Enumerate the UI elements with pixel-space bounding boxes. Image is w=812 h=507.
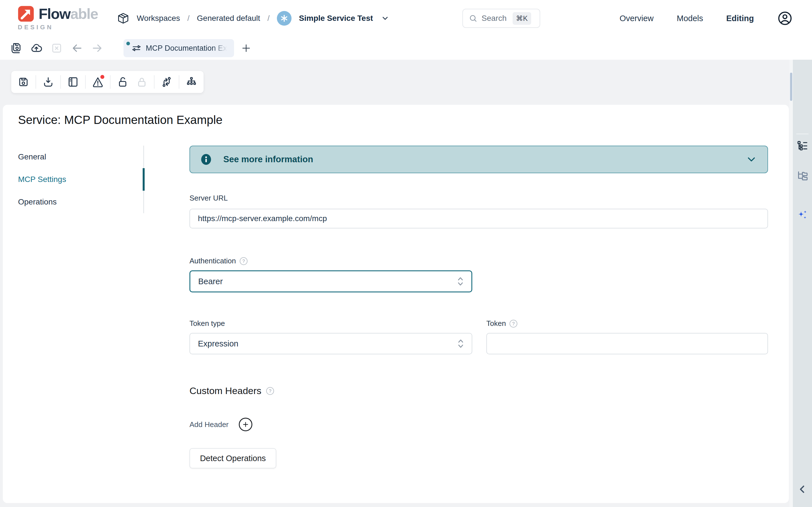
tab-general[interactable]: General <box>18 146 143 168</box>
token-type-select[interactable]: Expression <box>190 333 472 354</box>
product-name: DESIGN <box>18 24 98 31</box>
download-button[interactable] <box>42 76 54 88</box>
select-stepper-icon <box>456 276 465 287</box>
compare-versions-icon <box>161 76 172 88</box>
panel-layout-button[interactable] <box>67 76 79 88</box>
add-header-button[interactable] <box>239 418 252 431</box>
ai-sparkles-icon[interactable] <box>797 209 808 221</box>
breadcrumb-model-name[interactable]: Simple Service Test <box>299 14 373 23</box>
custom-headers-heading: Custom Headers <box>190 385 261 396</box>
model-tree-icon[interactable] <box>797 140 808 152</box>
svg-text:?: ? <box>269 388 271 393</box>
breadcrumb-separator: / <box>188 14 190 23</box>
workspace: Service: MCP Documentation Example Gener… <box>0 60 812 507</box>
banner-chevron-down-icon[interactable] <box>746 154 757 165</box>
nav-models[interactable]: Models <box>677 14 703 23</box>
header-nav: Overview Models Editing <box>619 0 793 37</box>
save-all-icon <box>10 42 22 54</box>
info-icon <box>200 154 212 165</box>
panel-layout-icon <box>67 76 79 88</box>
breadcrumb: Workspaces / Generated default / Simple … <box>117 0 389 37</box>
save-button[interactable] <box>17 76 29 88</box>
info-banner[interactable]: See more information <box>190 146 768 173</box>
page-title: Service: MCP Documentation Example <box>18 113 222 127</box>
nav-editing[interactable]: Editing <box>726 14 754 23</box>
arrow-left-icon <box>71 42 83 54</box>
service-model-badge <box>277 11 292 25</box>
authentication-label: Authentication <box>190 257 236 265</box>
app-header: Flowable DESIGN Workspaces / Generated d… <box>0 0 812 37</box>
rail-divider <box>796 133 809 134</box>
authentication-select[interactable]: Bearer <box>190 270 472 292</box>
tab-operations[interactable]: Operations <box>18 191 143 213</box>
global-search[interactable]: ⌘K <box>462 9 540 28</box>
editor-main: Service: MCP Documentation Example Gener… <box>0 60 790 507</box>
editor-side-tabs: General MCP Settings Operations <box>18 146 143 213</box>
model-tab-active[interactable]: MCP Documentation Ex <box>123 39 234 57</box>
breadcrumb-separator: / <box>267 14 270 23</box>
user-avatar-icon[interactable] <box>777 10 793 26</box>
chevron-down-icon[interactable] <box>381 14 389 22</box>
breadcrumb-workspaces[interactable]: Workspaces <box>137 14 180 23</box>
info-banner-label: See more information <box>223 154 313 165</box>
close-square-icon <box>51 42 63 54</box>
add-header-label: Add Header <box>190 420 229 429</box>
breadcrumb-workspace-name[interactable]: Generated default <box>197 14 260 23</box>
validation-warning-button[interactable] <box>92 76 104 88</box>
asterisk-icon <box>280 14 288 22</box>
redo-button <box>91 42 103 54</box>
editor-toolbar <box>11 71 204 93</box>
model-tab-strip: MCP Documentation Ex <box>0 37 812 60</box>
service-editor-card: Service: MCP Documentation Example Gener… <box>3 105 789 503</box>
search-input[interactable] <box>481 14 509 23</box>
hierarchy-button[interactable] <box>186 76 197 88</box>
new-tab-button[interactable] <box>241 43 252 54</box>
main-scrollbar[interactable] <box>790 60 793 507</box>
warning-badge <box>100 75 104 79</box>
collapse-chevron-icon[interactable] <box>797 484 808 495</box>
plus-icon <box>241 43 252 54</box>
plus-icon <box>242 421 249 428</box>
search-shortcut-badge: ⌘K <box>513 12 531 25</box>
cloud-upload-icon <box>31 42 42 54</box>
svg-text:?: ? <box>242 258 245 263</box>
help-icon[interactable]: ? <box>266 387 274 395</box>
server-url-input[interactable] <box>190 209 768 228</box>
download-icon <box>42 76 54 88</box>
help-icon[interactable]: ? <box>239 257 248 265</box>
token-type-label: Token type <box>190 319 472 328</box>
lock-icon <box>136 76 148 88</box>
compare-versions-button[interactable] <box>161 76 172 88</box>
folder-tree-icon[interactable] <box>797 170 808 182</box>
lock-button <box>136 76 148 88</box>
close-model-button <box>51 42 63 54</box>
server-url-label: Server URL <box>190 194 768 203</box>
unlock-button[interactable] <box>117 76 129 88</box>
save-all-button[interactable] <box>10 42 22 54</box>
unsaved-changes-dot <box>126 42 130 45</box>
undo-button <box>71 42 83 54</box>
help-icon[interactable]: ? <box>509 320 518 328</box>
flowable-logo-icon <box>18 6 34 22</box>
hierarchy-icon <box>186 76 197 88</box>
select-stepper-icon <box>456 338 465 349</box>
token-label: Token <box>486 319 506 328</box>
active-tab-indicator <box>143 168 145 191</box>
publish-button[interactable] <box>31 42 42 54</box>
save-icon <box>17 76 29 88</box>
token-type-value: Expression <box>198 339 238 348</box>
arrow-right-icon <box>91 42 103 54</box>
service-model-icon <box>132 43 142 53</box>
detect-operations-button[interactable]: Detect Operations <box>190 448 276 468</box>
svg-text:?: ? <box>512 321 515 326</box>
nav-overview[interactable]: Overview <box>619 14 654 23</box>
flowable-logo[interactable]: Flowable DESIGN <box>18 6 98 31</box>
unlock-icon <box>117 76 129 88</box>
workspace-cube-icon <box>117 12 130 24</box>
model-tab-label: MCP Documentation Ex <box>146 44 227 53</box>
scrollbar-thumb[interactable] <box>790 73 792 101</box>
search-icon <box>469 14 477 23</box>
authentication-value: Bearer <box>198 277 223 286</box>
token-input[interactable] <box>486 333 768 354</box>
tab-mcp-settings[interactable]: MCP Settings <box>18 168 143 191</box>
